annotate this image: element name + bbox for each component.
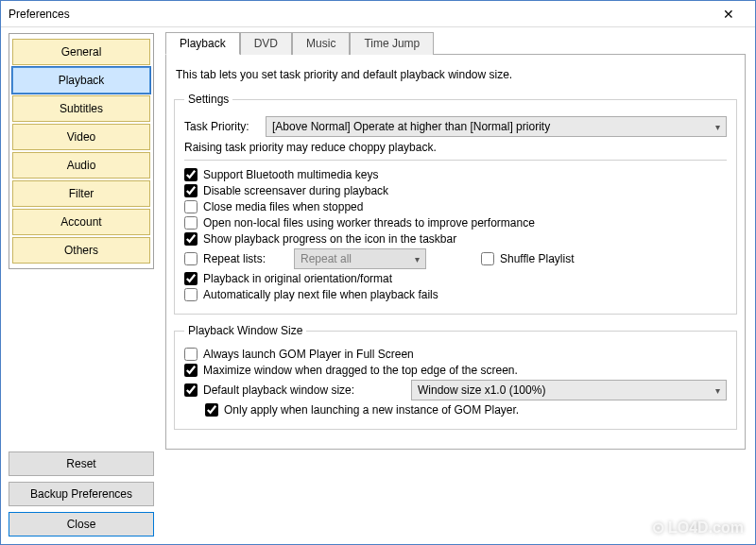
sidebar-bottom: Reset Backup Preferences Close xyxy=(9,446,154,536)
reset-button[interactable]: Reset xyxy=(9,451,154,476)
repeat-value: Repeat all xyxy=(301,252,352,265)
tab-music[interactable]: Music xyxy=(292,32,350,55)
tab-dvd[interactable]: DVD xyxy=(240,32,292,55)
window-title: Preferences xyxy=(9,8,710,21)
sidebar-item-others[interactable]: Others xyxy=(12,237,150,264)
settings-legend: Settings xyxy=(184,93,232,106)
chk-defsize[interactable] xyxy=(184,383,198,397)
lbl-repeat: Repeat lists: xyxy=(203,252,294,265)
task-priority-value: [Above Normal] Operate at higher than [N… xyxy=(272,120,550,133)
chk-repeat[interactable] xyxy=(184,252,198,265)
tab-playback[interactable]: Playback xyxy=(165,32,240,55)
lbl-shuffle: Shuffle Playlist xyxy=(500,252,575,265)
defsize-select[interactable]: Window size x1.0 (100%) ▾ xyxy=(411,380,727,400)
tab-bar: Playback DVD Music Time Jump xyxy=(165,31,746,55)
lbl-fullscreen: Always launch GOM Player in Full Screen xyxy=(203,348,414,361)
sidebar-item-general[interactable]: General xyxy=(12,39,150,65)
chk-worker[interactable] xyxy=(184,216,198,230)
chevron-down-icon: ▾ xyxy=(715,385,720,396)
chk-taskbar[interactable] xyxy=(184,232,198,246)
chk-orientation[interactable] xyxy=(184,272,198,285)
chk-screensaver[interactable] xyxy=(184,184,198,197)
chk-bluetooth[interactable] xyxy=(184,168,198,181)
titlebar: Preferences ✕ xyxy=(1,1,755,27)
lbl-autonext: Automatically play next file when playba… xyxy=(203,288,438,301)
sidebar-nav: General Playback Subtitles Video Audio F… xyxy=(9,33,154,269)
chk-maximize[interactable] xyxy=(184,364,198,377)
task-priority-row: Task Priority: [Above Normal] Operate at… xyxy=(184,116,727,137)
lbl-worker: Open non-local files using worker thread… xyxy=(203,216,535,230)
lbl-maximize: Maximize window when dragged to the top … xyxy=(203,364,518,377)
chk-shuffle[interactable] xyxy=(481,252,494,265)
intro-text: This tab lets you set task priority and … xyxy=(176,68,737,81)
sidebar-item-subtitles[interactable]: Subtitles xyxy=(12,95,150,122)
task-priority-label: Task Priority: xyxy=(184,120,266,133)
close-button[interactable]: Close xyxy=(9,512,154,536)
settings-group: Settings Task Priority: [Above Normal] O… xyxy=(174,93,737,315)
lbl-taskbar: Show playback progress on the icon in th… xyxy=(203,232,456,246)
lbl-onlynew: Only apply when launching a new instance… xyxy=(224,403,519,417)
sidebar-item-account[interactable]: Account xyxy=(12,209,150,235)
close-icon[interactable]: ✕ xyxy=(710,7,747,22)
sidebar-item-audio[interactable]: Audio xyxy=(12,152,150,179)
content-area: Playback DVD Music Time Jump This tab le… xyxy=(162,27,755,544)
winsize-legend: Playback Window Size xyxy=(184,324,306,337)
chk-autonext[interactable] xyxy=(184,288,198,301)
preferences-window: Preferences ✕ General Playback Subtitles… xyxy=(0,0,756,545)
defsize-value: Window size x1.0 (100%) xyxy=(418,383,545,397)
chevron-down-icon: ▾ xyxy=(415,254,420,264)
chevron-down-icon: ▾ xyxy=(715,122,720,132)
backup-button[interactable]: Backup Preferences xyxy=(9,482,154,506)
lbl-orientation: Playback in original orientation/format xyxy=(203,272,392,285)
repeat-row: Repeat lists: Repeat all ▾ Shuffle Playl… xyxy=(184,248,727,269)
winsize-group: Playback Window Size Always launch GOM P… xyxy=(174,324,737,430)
task-priority-hint: Raising task priority may reduce choppy … xyxy=(184,141,727,154)
lbl-bluetooth: Support Bluetooth multimedia keys xyxy=(203,168,378,181)
lbl-defsize: Default playback window size: xyxy=(203,383,411,397)
window-body: General Playback Subtitles Video Audio F… xyxy=(1,27,755,544)
defsize-row: Default playback window size: Window siz… xyxy=(184,380,727,400)
sidebar-item-playback[interactable]: Playback xyxy=(12,67,150,94)
repeat-select: Repeat all ▾ xyxy=(294,248,426,269)
sidebar-item-video[interactable]: Video xyxy=(12,124,150,150)
sidebar: General Playback Subtitles Video Audio F… xyxy=(1,27,162,544)
chk-onlynew[interactable] xyxy=(205,403,218,417)
task-priority-select[interactable]: [Above Normal] Operate at higher than [N… xyxy=(266,116,727,137)
lbl-screensaver: Disable screensaver during playback xyxy=(203,184,388,197)
tab-timejump[interactable]: Time Jump xyxy=(350,32,434,55)
chk-fullscreen[interactable] xyxy=(184,348,198,361)
chk-close-stop[interactable] xyxy=(184,200,198,213)
divider xyxy=(184,160,727,161)
tab-page-playback: This tab lets you set task priority and … xyxy=(165,55,746,450)
sidebar-item-filter[interactable]: Filter xyxy=(12,180,150,207)
lbl-close-stop: Close media files when stopped xyxy=(203,200,363,213)
